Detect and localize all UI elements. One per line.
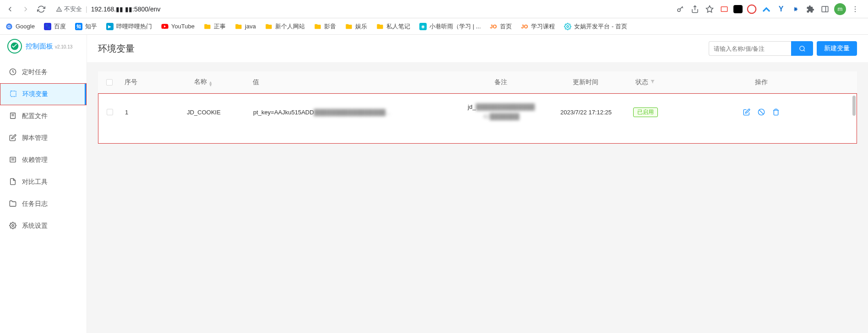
svg-point-3	[748, 5, 756, 13]
bookmark-label: 女娲开发平台 - 首页	[574, 22, 627, 31]
site-icon: ◉	[419, 23, 427, 30]
ext-icon-4[interactable]	[761, 4, 772, 15]
edit-icon[interactable]	[743, 108, 750, 116]
sidebar-logo: 控制面板 v2.10.13	[0, 35, 87, 58]
sidebar-item-5[interactable]: 对比工具	[0, 171, 87, 193]
menu-icon	[10, 90, 17, 99]
bookmark-label: 正事	[214, 22, 226, 31]
bookmark-item[interactable]: 私人笔记	[376, 22, 410, 31]
sidebar-item-0[interactable]: 定时任务	[0, 61, 87, 83]
search-input[interactable]	[709, 41, 791, 56]
google-icon: G	[5, 23, 13, 30]
bookmark-label: 新个人网站	[275, 22, 305, 31]
sort-icon: ▲▼	[209, 81, 213, 86]
bookmark-item[interactable]: 女娲开发平台 - 首页	[564, 22, 627, 31]
bookmark-item[interactable]: 新个人网站	[265, 22, 305, 31]
bookmark-item[interactable]: 正事	[204, 22, 226, 31]
select-all-checkbox[interactable]	[106, 79, 113, 86]
menu-label: 对比工具	[22, 178, 48, 186]
sidebar-item-1[interactable]: 环境变量	[0, 83, 87, 105]
bookmark-label: 首页	[500, 22, 512, 31]
col-status[interactable]: 状态	[624, 78, 666, 86]
table-header: 序号 名称▲▼ 值 备注 更新时间 状态 操作	[98, 71, 857, 93]
ext-icon-3[interactable]	[746, 4, 757, 15]
svg-line-24	[759, 110, 763, 114]
bookmark-label: YouTube	[171, 23, 195, 30]
menu-label: 环境变量	[22, 90, 48, 98]
row-index: 1	[121, 109, 158, 116]
bookmark-label: 哔哩哔哩热门	[116, 22, 152, 31]
bookmark-item[interactable]: java	[235, 23, 256, 30]
disable-icon[interactable]	[758, 108, 765, 116]
sidebar-item-7[interactable]: 系统设置	[0, 215, 87, 237]
bookmark-item[interactable]: 影音	[314, 22, 336, 31]
bookmark-item[interactable]: GGoogle	[5, 23, 35, 30]
folder-icon	[204, 23, 211, 30]
bookmark-item[interactable]: 知知乎	[75, 22, 97, 31]
ext-icon-5[interactable]: Y	[776, 4, 787, 15]
youtube-icon	[161, 23, 168, 30]
ext-icon-6[interactable]	[790, 4, 801, 15]
sidebar-item-3[interactable]: 脚本管理	[0, 127, 87, 149]
col-action: 操作	[666, 78, 857, 86]
menu-icon	[9, 112, 16, 121]
profile-avatar[interactable]: m	[834, 3, 846, 15]
row-value: pt_key=AAJku515ADD█████████████████...	[250, 109, 456, 116]
col-index: 序号	[121, 78, 157, 86]
menu-icon	[9, 222, 16, 231]
menu-label: 定时任务	[22, 68, 48, 76]
bookmark-label: 私人笔记	[386, 22, 410, 31]
url-text: 192.168.▮▮ ▮▮:5800/env	[91, 5, 161, 13]
insecure-badge: 不安全	[56, 5, 82, 13]
sidebar-item-2[interactable]: 配置文件	[0, 105, 87, 127]
ext-icon-1[interactable]	[719, 4, 730, 15]
menu-dots-icon[interactable]	[850, 4, 861, 15]
bookmark-item[interactable]: ◉小巷听雨（学习 | ...	[419, 22, 481, 31]
col-value: 值	[249, 78, 455, 86]
key-icon[interactable]	[675, 4, 686, 15]
bili-icon: ▶	[106, 23, 114, 30]
sidebar-item-4[interactable]: 依赖管理	[0, 149, 87, 171]
bookmark-item[interactable]: 娱乐	[345, 22, 367, 31]
sidebar-item-6[interactable]: 任务日志	[0, 193, 87, 215]
svg-point-0	[678, 9, 680, 11]
delete-icon[interactable]	[772, 108, 780, 116]
col-remark: 备注	[455, 78, 547, 86]
url-bar[interactable]: 不安全 | 192.168.▮▮ ▮▮:5800/env	[50, 2, 672, 16]
bookmark-item[interactable]: 🐾百度	[44, 22, 66, 31]
scrollbar-thumb[interactable]	[852, 96, 856, 116]
nav-forward-button[interactable]	[19, 3, 32, 16]
bookmark-label: java	[245, 23, 256, 30]
folder-icon	[314, 23, 321, 30]
bookmark-label: 影音	[324, 22, 336, 31]
extensions-icon[interactable]	[805, 4, 816, 15]
share-icon[interactable]	[689, 4, 700, 15]
menu-label: 配置文件	[22, 112, 48, 120]
bookmark-item[interactable]: JO学习课程	[521, 22, 555, 31]
new-variable-button[interactable]: 新建变量	[817, 41, 857, 56]
star-icon[interactable]	[704, 4, 715, 15]
folder-icon	[376, 23, 384, 30]
col-name[interactable]: 名称▲▼	[157, 78, 249, 86]
nav-refresh-button[interactable]	[35, 3, 48, 16]
table-row: 1 JD_COOKIE pt_key=AAJku515ADD██████████…	[98, 94, 857, 130]
search-button[interactable]	[791, 41, 813, 56]
nav-back-button[interactable]	[4, 3, 16, 16]
row-status: 已启用	[625, 107, 666, 117]
sidepanel-icon[interactable]	[819, 4, 830, 15]
row-name: JD_COOKIE	[158, 109, 250, 116]
menu-label: 任务日志	[22, 200, 48, 208]
bookmark-item[interactable]: ▶哔哩哔哩热门	[106, 22, 152, 31]
bookmark-label: Google	[16, 23, 35, 30]
bookmark-item[interactable]: JO首页	[490, 22, 512, 31]
ext-icon-2[interactable]	[733, 5, 743, 13]
svg-line-22	[803, 50, 805, 51]
svg-rect-13	[11, 91, 16, 97]
svg-point-20	[12, 225, 14, 226]
folder-icon	[235, 23, 242, 30]
row-checkbox[interactable]	[107, 109, 113, 115]
menu-icon	[9, 178, 16, 187]
svg-point-8	[855, 11, 856, 12]
svg-point-6	[855, 6, 856, 7]
bookmark-item[interactable]: YouTube	[161, 23, 195, 30]
